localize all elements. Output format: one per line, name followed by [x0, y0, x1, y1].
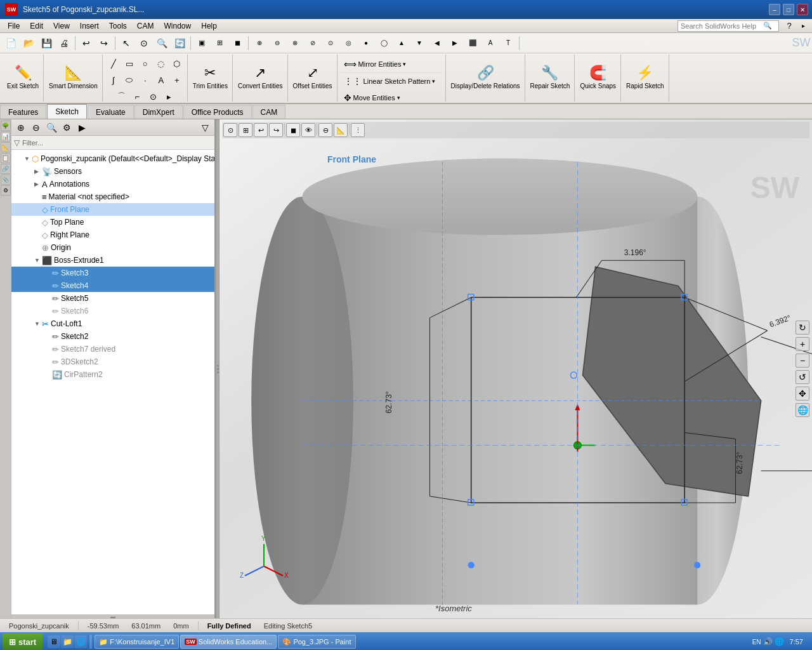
rapid-sketch-button[interactable]: ⚡ Rapid Sketch	[624, 56, 665, 99]
tb-extra-3[interactable]: ⊗	[287, 35, 303, 51]
menu-window[interactable]: Window	[159, 19, 197, 33]
side-tab-2[interactable]: 📊	[1, 131, 11, 142]
chamfer-tool[interactable]: ⌐	[129, 89, 145, 103]
tb-extra-10[interactable]: ▼	[411, 35, 428, 51]
vp-view-orient[interactable]: 📐	[334, 123, 348, 137]
taskbar-item-solidworks[interactable]: SW SolidWorks Education...	[180, 635, 277, 649]
help-button[interactable]: ?	[783, 20, 796, 32]
save-button[interactable]: 💾	[38, 35, 55, 51]
smart-dimension-button[interactable]: 📐 Smart Dimension	[47, 56, 100, 99]
tree-3dsketch2[interactable]: ✏ 3DSketch2	[11, 355, 214, 368]
close-button[interactable]: ✕	[797, 4, 808, 15]
trim-entities-button[interactable]: ✂ Trim Entities	[191, 56, 230, 99]
minimize-button[interactable]: –	[769, 4, 780, 15]
tree-boss-extrude1[interactable]: ▼ ⬛ Boss-Extrude1	[11, 254, 214, 267]
3d-viewport[interactable]: ⊙ ⊞ ↩ ↪ ◼ 👁 ⊖ 📐 ⋮ Front Plane	[219, 119, 812, 618]
zoom-in[interactable]: 🔍	[154, 35, 170, 51]
more-tools[interactable]: ▸	[161, 89, 176, 103]
tb-extra-14[interactable]: A	[482, 35, 499, 51]
linear-dropdown-icon[interactable]: ▾	[432, 78, 435, 84]
tree-root[interactable]: ▼ ⬡ Pogonski_zupcanik (Default<<Default>…	[11, 152, 214, 165]
ellipse-tool[interactable]: ⬭	[122, 72, 137, 88]
side-tab-4[interactable]: 📋	[1, 153, 11, 163]
filter-toggle[interactable]: ▽	[198, 121, 212, 135]
tb-extra-9[interactable]: ▲	[393, 35, 410, 51]
tab-sketch[interactable]: Sketch	[47, 104, 87, 119]
vc-orbit[interactable]: 🌐	[796, 403, 809, 417]
tree-material[interactable]: ≡ Material <not specified>	[11, 190, 214, 203]
vc-zoom-out[interactable]: −	[796, 354, 809, 368]
vp-section[interactable]: ⊖	[318, 123, 332, 137]
point-tool[interactable]: ·	[138, 72, 153, 88]
tab-office-products[interactable]: Office Products	[183, 105, 252, 119]
tab-features[interactable]: Features	[0, 105, 46, 119]
network-icon[interactable]: 🌐	[775, 637, 784, 646]
tree-sketch4[interactable]: ✏ Sketch4	[11, 279, 214, 292]
tree-sketch3[interactable]: ✏ Sketch3	[11, 267, 214, 279]
offset-entities-button[interactable]: ⤢ Offset Entities	[291, 56, 334, 99]
tb-extra-12[interactable]: ▶	[447, 35, 463, 51]
help-expand[interactable]: ▸	[797, 20, 809, 32]
side-tab-6[interactable]: 📎	[1, 175, 11, 185]
convert-entities-button[interactable]: ↗ Convert Entities	[236, 56, 285, 99]
vp-zoom-sel[interactable]: ⊞	[239, 123, 252, 137]
move-entities-button[interactable]: ✥ Move Entities ▾	[341, 91, 403, 103]
open-button[interactable]: 📂	[20, 35, 37, 51]
ql-2[interactable]: 📁	[61, 635, 74, 648]
panel-btn-2[interactable]: ⊖	[29, 121, 43, 135]
tab-evaluate[interactable]: Evaluate	[88, 105, 134, 119]
line-tool[interactable]: ╱	[106, 56, 121, 71]
linear-sketch-pattern-button[interactable]: ⋮⋮ Linear Sketch Pattern ▾	[341, 74, 439, 88]
tree-front-plane[interactable]: ◇ Front Plane	[11, 203, 214, 216]
menu-cam[interactable]: CAM	[132, 19, 159, 33]
tree-cut-loft1[interactable]: ▼ ✂ Cut-Loft1	[11, 317, 214, 330]
fillet-tool[interactable]: ⌒	[114, 89, 129, 103]
side-tab-1[interactable]: 🌳	[1, 121, 11, 131]
vc-pan[interactable]: ✥	[796, 387, 809, 401]
offset-sketch[interactable]: ⊙	[145, 89, 160, 103]
panel-btn-5[interactable]: ▶	[75, 121, 89, 135]
taskbar-item-folder[interactable]: 📁 F:\Konstruisanje_IV1	[95, 635, 179, 649]
tree-sketch5[interactable]: ✏ Sketch5	[11, 292, 214, 305]
ql-1[interactable]: 🖥	[48, 635, 60, 648]
tab-dimxpert[interactable]: DimXpert	[134, 105, 183, 119]
panel-resize-handle[interactable]: ▬	[11, 614, 214, 618]
rect-tool[interactable]: ▭	[122, 56, 137, 71]
tree-origin[interactable]: ⊕ Origin	[11, 241, 214, 254]
tree-right-plane[interactable]: ◇ Right Plane	[11, 229, 214, 241]
select-button[interactable]: ↖	[118, 35, 134, 51]
mirror-dropdown-icon[interactable]: ▾	[403, 61, 406, 67]
vp-zoom-fit[interactable]: ⊙	[223, 123, 237, 137]
rotate-view[interactable]: 🔄	[171, 35, 188, 51]
vp-next-view[interactable]: ↪	[269, 123, 283, 137]
vc-rotate-ccw[interactable]: ↺	[796, 370, 809, 384]
tb-extra-8[interactable]: ◯	[376, 35, 392, 51]
view-section[interactable]: ⊞	[211, 35, 228, 51]
circle-tool[interactable]: ○	[138, 56, 153, 71]
menu-view[interactable]: View	[48, 19, 75, 33]
tree-sensors[interactable]: ▶ 📡 Sensors	[11, 165, 214, 178]
tree-sketch6[interactable]: ✏ Sketch6	[11, 305, 214, 317]
maximize-button[interactable]: □	[783, 4, 794, 15]
side-tab-5[interactable]: 🔗	[1, 164, 11, 174]
vc-zoom-in[interactable]: +	[796, 337, 809, 351]
mirror-entities-button[interactable]: ⟺ Mirror Entities ▾	[341, 57, 410, 71]
print-button[interactable]: 🖨	[56, 35, 72, 51]
redo-button[interactable]: ↪	[96, 35, 112, 51]
vp-hide-show[interactable]: 👁	[301, 123, 315, 137]
start-button[interactable]: ⊞ start	[3, 633, 43, 650]
exit-sketch-button[interactable]: ✏️ Exit Sketch	[5, 56, 41, 99]
taskbar-item-paint[interactable]: 🎨 Pog_3.JPG - Paint	[278, 635, 355, 649]
search-box[interactable]: 🔍	[678, 20, 779, 32]
spline-tool[interactable]: ∫	[106, 72, 121, 88]
menu-edit[interactable]: Edit	[25, 19, 48, 33]
view-orient[interactable]: ▣	[193, 35, 210, 51]
vp-more[interactable]: ⋮	[351, 123, 365, 137]
tree-top-plane[interactable]: ◇ Top Plane	[11, 216, 214, 229]
vp-display-mode[interactable]: ◼	[286, 123, 300, 137]
vc-rotate-cw[interactable]: ↻	[796, 321, 809, 335]
side-tab-7[interactable]: ⚙	[1, 185, 11, 196]
panel-btn-4[interactable]: ⚙	[60, 121, 74, 135]
undo-button[interactable]: ↩	[78, 35, 95, 51]
tree-cirpattern2[interactable]: 🔄 CirPattern2	[11, 368, 214, 381]
